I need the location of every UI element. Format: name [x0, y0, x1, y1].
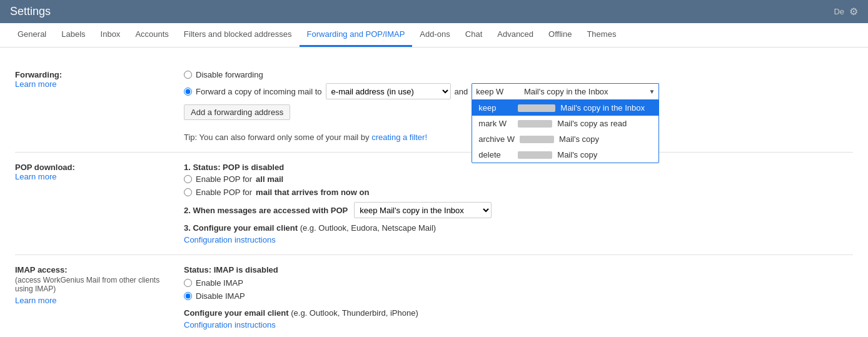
dropdown-item-keep[interactable]: keep Mail's copy in the Inbox — [472, 100, 659, 116]
tab-forwarding[interactable]: Forwarding and POP/IMAP — [300, 23, 413, 47]
imap-config-desc: (e.g. Outlook, Thunderbird, iPhone) — [291, 308, 418, 318]
forward-copy-radio[interactable] — [184, 88, 192, 96]
user-abbr: De — [834, 7, 844, 16]
dropdown-selected-text: keep W Mail's copy in the Inbox — [476, 87, 608, 96]
tab-advanced[interactable]: Advanced — [490, 23, 541, 47]
settings-header: Settings De ⚙ — [0, 0, 868, 23]
pop-enable-all-row: Enable POP for all mail — [184, 174, 853, 184]
pop-label-col: POP download: Learn more — [15, 163, 184, 244]
pop-status-label: 1. Status: POP is disabled — [184, 163, 853, 172]
pop-new-bold: mail that arrives from now on — [256, 188, 369, 197]
creating-filter-link[interactable]: creating a filter! — [371, 133, 427, 142]
imap-status-label: Status: IMAP is disabled — [184, 265, 853, 274]
dropdown-item-archive[interactable]: archive W Mail's copy — [472, 131, 659, 147]
imap-label-col: IMAP access: (access WorkGenius Mail fro… — [15, 265, 184, 329]
pop-all-label1: Enable POP for — [196, 174, 252, 184]
redact-keep — [518, 104, 555, 112]
pop-all-bold: all mail — [256, 174, 283, 184]
gear-icon[interactable]: ⚙ — [849, 6, 858, 18]
pop-config-row: 3. Configure your email client (e.g. Out… — [184, 223, 853, 233]
tab-general[interactable]: General — [10, 23, 54, 47]
imap-learn-more[interactable]: Learn more — [15, 296, 171, 305]
dropdown-item-delete[interactable]: delete Mail's copy — [472, 147, 659, 163]
pop-title: POP download: — [15, 163, 171, 172]
imap-disable-radio[interactable] — [184, 292, 192, 300]
forward-copy-label: Forward a copy of incoming mail to — [196, 87, 322, 96]
keep-action-dropdown-container: keep W Mail's copy in the Inbox keep Mai… — [472, 83, 659, 99]
tab-chat[interactable]: Chat — [458, 23, 490, 47]
redact-delete — [518, 151, 552, 159]
disable-forwarding-radio[interactable] — [184, 71, 192, 79]
pop-body: 1. Status: POP is disabled Enable POP fo… — [184, 163, 853, 244]
imap-disable-row: Disable IMAP — [184, 291, 853, 301]
page-title: Settings — [10, 5, 51, 18]
keep-action-dropdown-menu: keep Mail's copy in the Inbox mark W Mai… — [472, 99, 659, 163]
tab-filters[interactable]: Filters and blocked addresses — [176, 23, 300, 47]
imap-sublabel: (access WorkGenius Mail from other clien… — [15, 276, 171, 293]
dropdown-key-keep: keep — [478, 103, 513, 113]
settings-content: Forwarding: Learn more Disable forwardin… — [0, 48, 868, 337]
imap-title: IMAP access: — [15, 265, 171, 274]
tip-text: Tip: You can also forward only some of y… — [184, 133, 370, 142]
forward-copy-row: Forward a copy of incoming mail to e-mai… — [184, 83, 853, 99]
imap-section: IMAP access: (access WorkGenius Mail fro… — [15, 255, 853, 337]
tab-accounts[interactable]: Accounts — [128, 23, 176, 47]
header-right: De ⚙ — [834, 6, 858, 18]
imap-config-link[interactable]: Configuration instructions — [184, 320, 276, 329]
forwarding-learn-more[interactable]: Learn more — [15, 79, 56, 89]
pop-section: POP download: Learn more 1. Status: POP … — [15, 153, 853, 255]
imap-enable-label: Enable IMAP — [196, 278, 243, 288]
dropdown-key-delete: delete — [478, 150, 513, 159]
imap-enable-row: Enable IMAP — [184, 278, 853, 288]
dropdown-key-archive: archive W — [478, 134, 515, 144]
imap-config-row: Configure your email client (e.g. Outloo… — [184, 308, 853, 318]
dropdown-key-mark: mark W — [478, 119, 513, 128]
pop-new-radio[interactable] — [184, 188, 192, 196]
disable-forwarding-row: Disable forwarding — [184, 70, 853, 79]
pop-all-radio[interactable] — [184, 175, 192, 183]
forward-email-select[interactable]: e-mail address (in use) — [326, 83, 451, 99]
add-forwarding-button[interactable]: Add a forwarding address — [184, 104, 290, 120]
forwarding-body: Disable forwarding Forward a copy of inc… — [184, 70, 853, 142]
tab-offline[interactable]: Offline — [541, 23, 579, 47]
pop-config-link[interactable]: Configuration instructions — [184, 235, 276, 244]
dropdown-suffix-mark: Mail's copy as read — [557, 119, 627, 128]
pop-when-row: 2. When messages are accessed with POP k… — [184, 202, 853, 218]
dropdown-suffix-keep: Mail's copy in the Inbox — [560, 103, 645, 113]
pop-new-label1: Enable POP for — [196, 188, 252, 197]
pop-status-row: 1. Status: POP is disabled Enable POP fo… — [184, 163, 853, 197]
imap-body: Status: IMAP is disabled Enable IMAP Dis… — [184, 265, 853, 329]
dropdown-suffix-delete: Mail's copy — [557, 150, 597, 159]
dropdown-item-mark[interactable]: mark W Mail's copy as read — [472, 116, 659, 131]
forwarding-label-col: Forwarding: Learn more — [15, 70, 184, 142]
disable-forwarding-label: Disable forwarding — [196, 70, 263, 79]
imap-disable-label: Disable IMAP — [196, 291, 245, 301]
redact-archive — [520, 136, 554, 143]
pop-when-select[interactable]: keep Mail's copy in the Inbox — [354, 202, 492, 218]
tab-labels[interactable]: Labels — [54, 23, 93, 47]
pop-when-label: 2. When messages are accessed with POP — [184, 206, 348, 215]
forwarding-section: Forwarding: Learn more Disable forwardin… — [15, 60, 853, 153]
tab-inbox[interactable]: Inbox — [93, 23, 128, 47]
tab-themes[interactable]: Themes — [579, 23, 623, 47]
and-label: and — [455, 87, 468, 96]
pop-learn-more[interactable]: Learn more — [15, 172, 56, 181]
keep-action-dropdown-trigger[interactable]: keep W Mail's copy in the Inbox — [472, 83, 659, 99]
pop-config-desc: (e.g. Outlook, Eudora, Netscape Mail) — [300, 223, 437, 233]
dropdown-suffix-archive: Mail's copy — [559, 134, 599, 144]
imap-config-label: Configure your email client — [184, 308, 289, 318]
pop-config-label: 3. Configure your email client — [184, 223, 298, 233]
redact-mark — [518, 120, 552, 128]
imap-enable-radio[interactable] — [184, 279, 192, 287]
forwarding-title: Forwarding: — [15, 70, 171, 79]
pop-enable-new-row: Enable POP for mail that arrives from no… — [184, 188, 853, 197]
tab-addons[interactable]: Add-ons — [412, 23, 457, 47]
nav-tabs: General Labels Inbox Accounts Filters an… — [0, 23, 868, 48]
